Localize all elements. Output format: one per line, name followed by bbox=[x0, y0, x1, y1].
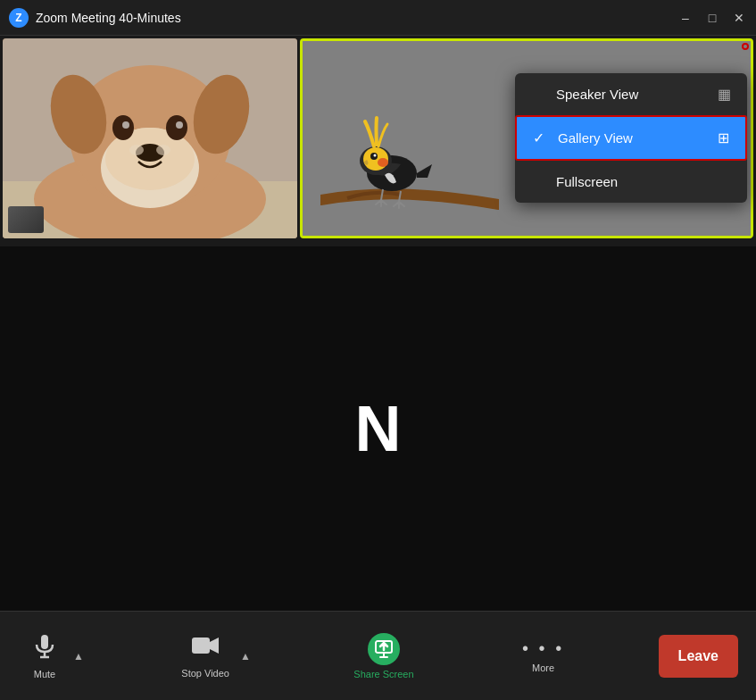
stop-video-label: Stop Video bbox=[181, 668, 229, 679]
dog-video bbox=[3, 38, 297, 238]
dropdown-menu: ✓ Speaker View ▦ ✓ Gallery View ⊞ ✓ Full… bbox=[515, 73, 747, 203]
svg-point-10 bbox=[166, 115, 187, 140]
video-tile-dog bbox=[3, 38, 297, 238]
svg-rect-28 bbox=[192, 638, 210, 654]
stop-video-button[interactable]: Stop Video bbox=[172, 628, 238, 684]
share-screen-label: Share Screen bbox=[353, 669, 413, 679]
maximize-button[interactable]: □ bbox=[704, 10, 720, 26]
svg-point-9 bbox=[122, 121, 129, 129]
more-icon: • • • bbox=[522, 638, 564, 659]
zoom-logo: Z bbox=[9, 8, 29, 28]
bottom-toolbar: Mute ▲ Stop Video ▲ Share Screen bbox=[0, 611, 756, 700]
stop-video-group: Stop Video ▲ bbox=[172, 628, 254, 684]
share-screen-button[interactable]: Share Screen bbox=[339, 628, 428, 685]
gallery-view-item[interactable]: ✓ Gallery View ⊞ bbox=[515, 115, 747, 161]
close-button[interactable]: ✕ bbox=[731, 10, 747, 26]
more-button[interactable]: • • • More bbox=[513, 633, 573, 679]
small-avatar-image bbox=[8, 206, 44, 233]
leave-button[interactable]: Leave bbox=[659, 635, 738, 678]
mute-group: Mute ▲ bbox=[18, 627, 87, 685]
gallery-check: ✓ bbox=[533, 129, 549, 146]
svg-point-8 bbox=[112, 115, 134, 140]
title-bar: Z Zoom Meeting 40-Minutes – □ ✕ bbox=[0, 0, 756, 36]
video-tile-n: N bbox=[0, 246, 756, 611]
mute-button[interactable]: Mute bbox=[18, 627, 71, 685]
svg-point-14 bbox=[156, 145, 170, 155]
speaker-view-item[interactable]: ✓ Speaker View ▦ bbox=[515, 73, 747, 115]
speaker-view-icon: ▦ bbox=[718, 86, 731, 103]
svg-point-22 bbox=[378, 158, 388, 167]
video-icon bbox=[190, 633, 220, 664]
video-arrow[interactable]: ▲ bbox=[237, 646, 254, 666]
svg-point-11 bbox=[176, 121, 183, 129]
mute-label: Mute bbox=[34, 669, 55, 679]
gallery-view-icon: ⊞ bbox=[718, 129, 729, 146]
mute-arrow[interactable]: ▲ bbox=[70, 646, 87, 666]
fullscreen-left: ✓ Fullscreen bbox=[531, 173, 618, 190]
fullscreen-label: Fullscreen bbox=[556, 174, 618, 189]
title-bar-left: Z Zoom Meeting 40-Minutes bbox=[9, 8, 181, 28]
gallery-view-label: Gallery View bbox=[558, 130, 633, 146]
more-label: More bbox=[532, 662, 554, 673]
fullscreen-item[interactable]: ✓ Fullscreen bbox=[515, 161, 747, 203]
svg-point-24 bbox=[374, 154, 377, 157]
window-title: Zoom Meeting 40-Minutes bbox=[36, 11, 181, 25]
mute-icon bbox=[31, 632, 58, 665]
title-bar-controls: – □ ✕ bbox=[677, 10, 747, 26]
svg-point-13 bbox=[129, 145, 144, 155]
participant-initial: N bbox=[355, 392, 402, 465]
small-avatar bbox=[8, 206, 44, 233]
share-screen-icon bbox=[368, 633, 400, 665]
view-button-wrapper: ⊞ View bbox=[742, 43, 749, 50]
minimize-button[interactable]: – bbox=[677, 10, 694, 26]
gallery-view-left: ✓ Gallery View bbox=[533, 129, 633, 146]
speaker-view-left: ✓ Speaker View bbox=[531, 86, 638, 103]
speaker-view-label: Speaker View bbox=[556, 87, 638, 102]
svg-rect-25 bbox=[41, 635, 48, 649]
